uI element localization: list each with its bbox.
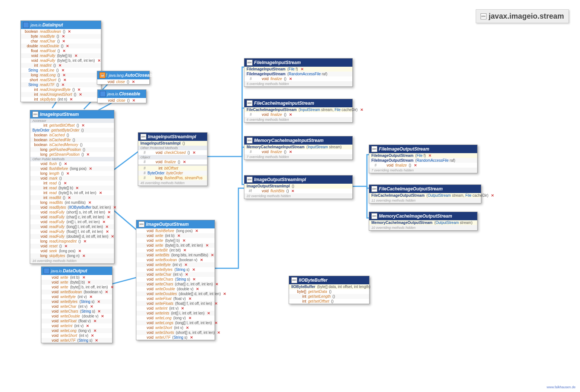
class-icon: stm bbox=[247, 137, 253, 143]
class-box-datainput[interactable]: java.io.DataInput booleanreadBoolean()✕b… bbox=[20, 20, 101, 102]
class-box-fileimageoutputstream[interactable]: stm FileImageOutputStream FileImageOutpu… bbox=[369, 145, 478, 173]
class-header: stm ImageInputStreamImpl bbox=[138, 133, 207, 141]
method-list: booleanreadBoolean()✕bytereadByte()✕char… bbox=[21, 29, 101, 102]
package-title-text: javax.imageio.stream bbox=[489, 12, 564, 20]
class-header: java.io.DataOutput bbox=[41, 267, 112, 275]
ctor-list: FileCacheImageOutputStream(OutputStream … bbox=[369, 193, 481, 198]
class-icon: stm bbox=[291, 277, 297, 283]
interface-icon bbox=[44, 268, 50, 274]
class-box-filecacheimageinputstream[interactable]: stm FileCacheImageInputStream FileCacheI… bbox=[244, 99, 353, 123]
class-header: stm MemoryCacheImageInputStream bbox=[244, 136, 352, 145]
field-list: #intbitOffset#ByteOrderbyteOrder#longflu… bbox=[138, 166, 207, 180]
class-box-imageinputstreamimpl[interactable]: stm ImageInputStreamImpl ImageInputStrea… bbox=[138, 132, 207, 186]
ctor-list: FileImageInputStream(File f)✕FileImageIn… bbox=[244, 67, 352, 76]
watermark: www.falkhausen.de bbox=[546, 385, 576, 389]
method-list: #voidfinalize()✕ bbox=[369, 163, 477, 168]
class-box-dataoutput[interactable]: java.io.DataOutput voidwrite(int b)✕void… bbox=[41, 266, 112, 343]
ctor-list: ImageOutputStreamImpl() bbox=[244, 184, 352, 189]
class-box-imageoutputstream[interactable]: stm ImageOutputStream voidflushBefore(lo… bbox=[136, 220, 215, 340]
section-label: Other Protected Methods bbox=[138, 146, 207, 150]
method-list: voidflushBefore(long pos)✕voidwrite(int … bbox=[136, 228, 215, 340]
method-list: #voidcheckClosed()✕ bbox=[138, 150, 207, 155]
class-icon: stm bbox=[140, 134, 146, 140]
hidden-note: 16 overriding methods hidden bbox=[30, 258, 114, 263]
method-list: #voidfinalize()✕ bbox=[244, 149, 352, 154]
class-header: stm MemoryCacheImageOutputStream bbox=[369, 212, 477, 220]
ctor-list: FileImageOutputStream(File f)✕FileImageO… bbox=[369, 153, 477, 163]
hidden-note: 11 overriding methods hidden bbox=[369, 198, 481, 203]
class-icon: stm bbox=[371, 186, 377, 192]
hidden-note: 6 overriding methods hidden bbox=[244, 117, 352, 122]
method-list: voidflush()✕voidflushBefore(long pos)✕lo… bbox=[30, 161, 114, 258]
method-list: intget/setBitOffset()✕ByteOrderget/setBy… bbox=[30, 123, 114, 157]
class-box-memorycacheimageoutputstream[interactable]: stm MemoryCacheImageOutputStream MemoryC… bbox=[369, 212, 478, 231]
interface-icon: ☕ bbox=[99, 72, 105, 78]
interface-icon bbox=[23, 22, 29, 28]
class-box-filecacheimageoutputstream[interactable]: stm FileCacheImageOutputStream FileCache… bbox=[369, 184, 481, 203]
class-icon: stm bbox=[371, 213, 377, 219]
ctor-list: IIOByteBuffer(byte[] data, int offset, i… bbox=[289, 284, 369, 289]
hidden-note: 22 overriding methods hidden bbox=[244, 193, 352, 199]
class-header: stm FileImageInputStream bbox=[244, 59, 352, 67]
method-list: #voidfinalize()✕ bbox=[244, 112, 352, 117]
class-icon: stm bbox=[247, 60, 253, 66]
ctor-list: MemoryCacheImageInputStream(InputStream … bbox=[244, 145, 352, 149]
class-icon: stm bbox=[247, 100, 253, 106]
class-header: stm ImageOutputStream bbox=[136, 220, 215, 228]
class-header: stm ImageOutputStreamImpl bbox=[244, 176, 352, 184]
package-title: stm javax.imageio.stream bbox=[476, 9, 569, 23]
ctor-list: MemoryCacheImageOutputStream(OutputStrea… bbox=[369, 220, 477, 225]
class-header: stm IIOByteBuffer bbox=[289, 276, 369, 284]
method-list: #voidfinalize()✕ bbox=[244, 76, 352, 81]
class-box-fileimageinputstream[interactable]: stm FileImageInputStream FileImageInputS… bbox=[244, 58, 353, 87]
method-list: byte[]get/setData()intget/setLength()int… bbox=[289, 289, 369, 304]
hidden-note: 7 overriding methods hidden bbox=[244, 154, 352, 159]
alert-icon: ! bbox=[106, 73, 107, 78]
class-header: stm FileImageOutputStream bbox=[369, 145, 477, 153]
package-icon: stm bbox=[481, 13, 486, 19]
class-box-imageoutputstreamimpl[interactable]: stm ImageOutputStreamImpl ImageOutputStr… bbox=[244, 175, 353, 199]
hidden-note: 45 overriding methods hidden bbox=[138, 180, 207, 186]
class-box-memorycacheimageinputstream[interactable]: stm MemoryCacheImageInputStream MemoryCa… bbox=[244, 136, 353, 160]
interface-icon bbox=[100, 91, 106, 97]
class-header: java.io.DataInput bbox=[21, 21, 101, 29]
ctor-list: ImageInputStreamImpl() bbox=[138, 141, 207, 146]
hidden-note: 7 overriding methods hidden bbox=[369, 168, 477, 173]
class-box-closeable[interactable]: java.io.Closeable voidclose()✕ bbox=[97, 89, 146, 103]
ctor-list: FileCacheImageInputStream(InputStream st… bbox=[244, 107, 352, 112]
hidden-note: 10 overriding methods hidden bbox=[369, 225, 477, 230]
class-header: stm FileCacheImageInputStream bbox=[244, 99, 352, 107]
method-list: #fvoidflushBits()✕ bbox=[244, 189, 352, 193]
class-icon: stm bbox=[371, 146, 377, 152]
class-header: ☕ ! java.lang.AutoCloseable bbox=[97, 71, 149, 79]
method-list: voidclose()✕ bbox=[97, 79, 149, 84]
hidden-note: 5 overriding methods hidden bbox=[244, 81, 352, 86]
method-list: #voidfinalize()✕ bbox=[138, 159, 207, 164]
method-list: voidwrite(int b)✕voidwrite(byte[] b)✕voi… bbox=[41, 275, 112, 343]
class-box-autocloseable[interactable]: ☕ ! java.lang.AutoCloseable voidclose()✕ bbox=[97, 71, 150, 85]
section-label: Other Public Methods bbox=[30, 157, 114, 161]
class-icon: stm bbox=[247, 177, 253, 183]
class-header: stm ImageInputStream bbox=[30, 110, 114, 118]
section-label: Object bbox=[138, 155, 207, 159]
class-header: java.io.Closeable bbox=[98, 90, 146, 98]
section-label: Accessor bbox=[30, 118, 114, 123]
method-list: voidclose()✕ bbox=[98, 98, 146, 103]
class-icon: stm bbox=[139, 221, 145, 227]
class-icon: stm bbox=[32, 111, 38, 117]
class-header: stm FileCacheImageOutputStream bbox=[369, 185, 481, 193]
class-box-imageinputstream[interactable]: stm ImageInputStream Accessor intget/set… bbox=[30, 110, 114, 264]
class-box-iiobytebuffer[interactable]: stm IIOByteBuffer IIOByteBuffer(byte[] d… bbox=[289, 276, 370, 304]
